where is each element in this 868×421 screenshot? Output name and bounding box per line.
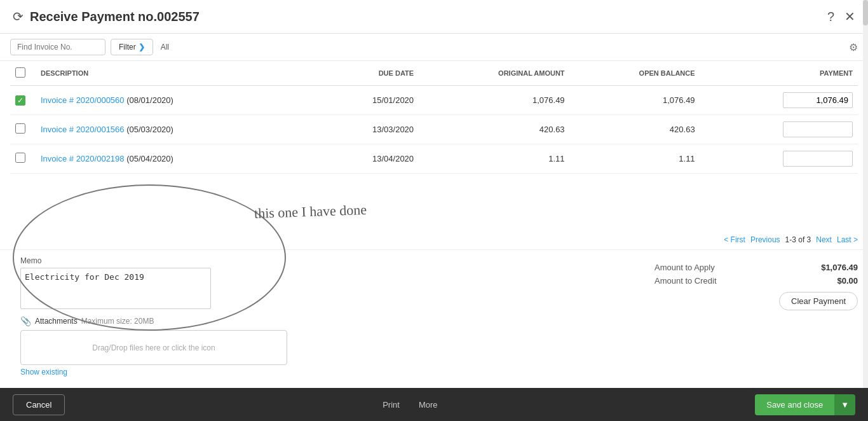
find-invoice-input[interactable] bbox=[10, 39, 105, 55]
col-description: DESCRIPTION bbox=[36, 61, 317, 86]
pagination: < First Previous 1-3 of 3 Next Last > bbox=[0, 230, 868, 250]
row-checkbox[interactable] bbox=[15, 123, 25, 134]
close-icon[interactable]: ✕ bbox=[844, 9, 855, 24]
row-checkbox[interactable] bbox=[15, 153, 25, 163]
scrollbar-thumb[interactable] bbox=[863, 0, 868, 25]
payment-cell bbox=[700, 115, 858, 144]
max-size-label: Maximum size: 20MB bbox=[81, 317, 154, 326]
next-page-link[interactable]: Next bbox=[816, 235, 832, 244]
filter-button[interactable]: Filter ❯ bbox=[111, 39, 153, 55]
open-balance-cell: 420.63 bbox=[570, 115, 700, 144]
show-existing-link[interactable]: Show existing bbox=[20, 368, 632, 376]
invoice-table: DESCRIPTION DUE DATE ORIGINAL AMOUNT OPE… bbox=[10, 61, 858, 174]
table-row: ✓Invoice # 2020/000560 (08/01/2020)15/01… bbox=[10, 86, 858, 115]
payment-input[interactable] bbox=[783, 151, 853, 167]
drop-zone-text: Drag/Drop files here or click the icon bbox=[92, 343, 215, 352]
col-open-balance: OPEN BALANCE bbox=[570, 61, 700, 86]
table-row: Invoice # 2020/002198 (05/04/2020)13/04/… bbox=[10, 144, 858, 174]
invoice-date: (05/03/2020) bbox=[125, 125, 173, 134]
payment-input[interactable] bbox=[783, 92, 853, 108]
attachments-section: 📎 Attachments Maximum size: 20MB Drag/Dr… bbox=[10, 316, 642, 382]
invoice-date: (05/04/2020) bbox=[125, 154, 173, 163]
clear-payment-button[interactable]: Clear Payment bbox=[779, 292, 858, 310]
header-actions: ? ✕ bbox=[827, 9, 855, 24]
payment-cell bbox=[700, 86, 858, 115]
paperclip-icon: 📎 bbox=[20, 316, 31, 326]
scrollbar-track bbox=[863, 0, 868, 388]
attachments-label: 📎 Attachments Maximum size: 20MB bbox=[20, 316, 632, 326]
memo-label: Memo bbox=[20, 256, 632, 265]
memo-section: Memo Electricity for Dec 2019 bbox=[10, 256, 642, 316]
previous-page-link[interactable]: Previous bbox=[750, 235, 780, 244]
help-icon[interactable]: ? bbox=[827, 10, 834, 24]
invoice-link[interactable]: Invoice # 2020/001566 bbox=[41, 125, 125, 134]
col-original-amount: ORIGINAL AMOUNT bbox=[419, 61, 570, 86]
all-label: All bbox=[161, 43, 169, 52]
save-close-group: Save and close ▼ bbox=[755, 394, 855, 415]
amount-to-credit-value: $0.00 bbox=[807, 276, 858, 286]
invoice-date: (08/01/2020) bbox=[125, 95, 173, 105]
amount-to-apply-value: $1,076.49 bbox=[807, 263, 858, 272]
due-date-cell: 13/03/2020 bbox=[317, 115, 419, 144]
memo-textarea[interactable]: Electricity for Dec 2019 bbox=[20, 268, 211, 309]
first-page-link[interactable]: < First bbox=[724, 235, 745, 244]
invoice-table-container: DESCRIPTION DUE DATE ORIGINAL AMOUNT OPE… bbox=[0, 61, 868, 230]
amount-to-credit-row: Amount to Credit $0.00 bbox=[654, 276, 858, 286]
row-checkbox-checked[interactable]: ✓ bbox=[15, 95, 25, 106]
attachments-text: Attachments bbox=[35, 317, 78, 326]
select-all-checkbox[interactable] bbox=[15, 67, 25, 78]
left-panel: Memo Electricity for Dec 2019 📎 Attachme… bbox=[10, 256, 642, 382]
save-close-dropdown-button[interactable]: ▼ bbox=[834, 394, 855, 415]
col-due-date: DUE DATE bbox=[317, 61, 419, 86]
footer-center: Print More bbox=[65, 400, 755, 410]
print-button[interactable]: Print bbox=[383, 400, 400, 410]
filter-arrow-icon: ❯ bbox=[139, 43, 145, 52]
col-checkbox bbox=[10, 61, 36, 86]
toolbar: Filter ❯ All ⚙ bbox=[0, 34, 868, 61]
invoice-link[interactable]: Invoice # 2020/002198 bbox=[41, 154, 125, 163]
last-page-link[interactable]: Last > bbox=[837, 235, 858, 244]
due-date-cell: 13/04/2020 bbox=[317, 144, 419, 174]
summary-area: Memo Electricity for Dec 2019 📎 Attachme… bbox=[0, 250, 868, 388]
payment-input[interactable] bbox=[783, 121, 853, 137]
page-current: 1-3 of 3 bbox=[785, 235, 811, 244]
settings-icon[interactable]: ⚙ bbox=[849, 41, 858, 53]
original-amount-cell: 1,076.49 bbox=[419, 86, 570, 115]
original-amount-cell: 420.63 bbox=[419, 115, 570, 144]
payment-cell bbox=[700, 144, 858, 174]
invoice-link[interactable]: Invoice # 2020/000560 bbox=[41, 95, 125, 105]
amount-to-apply-row: Amount to Apply $1,076.49 bbox=[654, 263, 858, 272]
save-close-button[interactable]: Save and close bbox=[755, 394, 834, 415]
col-payment: PAYMENT bbox=[700, 61, 858, 86]
amount-to-credit-label: Amount to Credit bbox=[654, 276, 717, 286]
open-balance-cell: 1.11 bbox=[570, 144, 700, 174]
original-amount-cell: 1.11 bbox=[419, 144, 570, 174]
more-button[interactable]: More bbox=[419, 400, 438, 410]
open-balance-cell: 1,076.49 bbox=[570, 86, 700, 115]
filter-label: Filter bbox=[119, 43, 136, 52]
cancel-button[interactable]: Cancel bbox=[13, 394, 65, 415]
due-date-cell: 15/01/2020 bbox=[317, 86, 419, 115]
table-row: Invoice # 2020/001566 (05/03/2020)13/03/… bbox=[10, 115, 858, 144]
modal-title: Receive Payment no.002557 bbox=[30, 10, 827, 24]
right-panel: Amount to Apply $1,076.49 Amount to Cred… bbox=[654, 256, 858, 382]
drop-zone[interactable]: Drag/Drop files here or click the icon bbox=[20, 330, 287, 365]
payment-icon: ⟳ bbox=[13, 9, 24, 24]
amount-to-apply-label: Amount to Apply bbox=[654, 263, 715, 272]
footer: Cancel Print More Save and close ▼ bbox=[0, 388, 868, 421]
modal-header: ⟳ Receive Payment no.002557 ? ✕ bbox=[0, 0, 868, 34]
